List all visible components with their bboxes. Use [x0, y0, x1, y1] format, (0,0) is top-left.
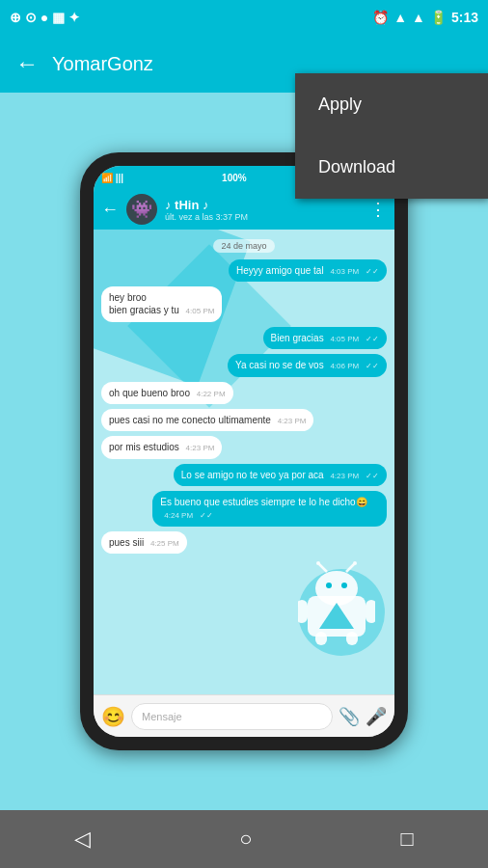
attach-button[interactable]: 📎 [339, 706, 360, 727]
svg-line-4 [319, 564, 327, 572]
svg-line-6 [346, 564, 354, 572]
chat-date: 24 de mayo [213, 239, 274, 253]
phone-status-left: 📶 ||| [101, 173, 123, 183]
chat-more-button[interactable]: ⋮ [369, 199, 387, 220]
chat-bar-info: ♪ tHin ♪ últ. vez a las 3:37 PM [165, 198, 362, 222]
phone-back-button[interactable]: ← [101, 200, 119, 220]
message-bubble: por mis estudios 4:23 PM [101, 436, 222, 458]
svg-rect-10 [315, 632, 327, 645]
app-bar-title: YomarGonz [52, 53, 473, 75]
message-bubble: pues casi no me conecto ultimamente 4:23… [101, 409, 313, 431]
phone-container: 📶 ||| 100% 03:39 PM ← 👾 ♪ tHin ♪ últ. ve… [0, 93, 488, 810]
mic-button[interactable]: 🎤 [366, 706, 387, 727]
svg-rect-9 [366, 600, 375, 623]
message-bubble: hey broo bien gracias y tu 4:05 PM [101, 286, 222, 321]
svg-rect-11 [346, 632, 358, 645]
message-bubble: oh que bueno broo 4:22 PM [101, 382, 233, 404]
message-bubble: Bien gracias 4:05 PM ✓✓ [263, 327, 387, 349]
android-mascot [298, 559, 375, 637]
wifi-icon: ▲ [393, 10, 407, 25]
nav-back-button[interactable]: ◁ [74, 827, 91, 852]
phone-device: 📶 ||| 100% 03:39 PM ← 👾 ♪ tHin ♪ últ. ve… [80, 152, 408, 750]
chat-avatar: 👾 [126, 194, 157, 225]
notification-icons: ⊕ ⊙ ● ▦ ✦ [10, 10, 80, 25]
chat-contact-status: últ. vez a las 3:37 PM [165, 212, 362, 222]
svg-point-1 [315, 571, 358, 606]
app-bar: ← YomarGonz Apply Download [0, 35, 488, 93]
status-left-icons: ⊕ ⊙ ● ▦ ✦ [10, 10, 80, 25]
emoji-button[interactable]: 😊 [101, 705, 125, 728]
message-time: 4:05 PM [186, 307, 215, 315]
nav-home-button[interactable]: ○ [239, 827, 252, 852]
message-bubble: Ya casi no se de vos 4:06 PM ✓✓ [228, 354, 387, 376]
message-checks: ✓✓ [366, 267, 379, 276]
svg-point-3 [341, 583, 347, 588]
status-bar: ⊕ ⊙ ● ▦ ✦ ⏰ ▲ ▲ 🔋 5:13 [0, 0, 488, 35]
message-input[interactable]: Mensaje [131, 703, 333, 730]
signal-icon: ▲ [412, 10, 425, 25]
svg-point-5 [316, 561, 320, 565]
chat-contact-name: ♪ tHin ♪ [165, 198, 362, 212]
message-placeholder: Mensaje [142, 711, 182, 722]
chat-area: 24 de mayo Heyyy amigo que tal 4:03 PM ✓… [94, 230, 394, 694]
bottom-nav: ◁ ○ □ [0, 810, 488, 868]
phone-battery: 100% [222, 173, 247, 183]
message-bubble: Heyyy amigo que tal 4:03 PM ✓✓ [229, 259, 387, 282]
time-display: 5:13 [451, 10, 478, 25]
battery-icon: 🔋 [430, 10, 447, 25]
message-bubble: pues siii 4:25 PM [101, 531, 187, 554]
nav-recents-button[interactable]: □ [401, 827, 414, 852]
message-bubble: Lo se amigo no te veo ya por aca 4:23 PM… [174, 464, 387, 486]
svg-point-7 [353, 561, 357, 565]
alarm-icon: ⏰ [372, 10, 389, 25]
svg-point-2 [326, 583, 332, 588]
message-time: 4:03 PM [330, 267, 359, 276]
svg-rect-8 [298, 600, 308, 623]
apply-menu-item[interactable]: Apply [295, 73, 488, 136]
dropdown-menu: Apply Download [295, 73, 488, 199]
download-menu-item[interactable]: Download [295, 136, 488, 199]
message-bubble: Es bueno que estudies siempre te lo he d… [152, 491, 387, 526]
back-button[interactable]: ← [15, 50, 39, 77]
status-right-icons: ⏰ ▲ ▲ 🔋 5:13 [372, 10, 478, 25]
phone-screen: 📶 ||| 100% 03:39 PM ← 👾 ♪ tHin ♪ últ. ve… [94, 166, 394, 737]
phone-input-bar: 😊 Mensaje 📎 🎤 [94, 694, 394, 737]
